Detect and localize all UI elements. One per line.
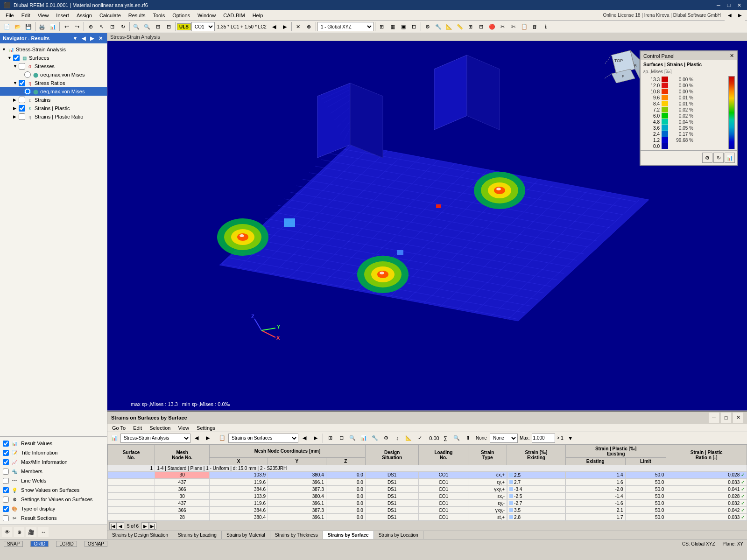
menu-file[interactable]: File: [2, 12, 18, 19]
radio-stress-mises1[interactable]: [24, 71, 31, 78]
tree-expand-spr[interactable]: ▶: [13, 114, 19, 119]
rt-prev-a[interactable]: ◀: [191, 433, 202, 443]
rt-filter1[interactable]: ⊞: [325, 433, 335, 443]
cp-export-btn[interactable]: 📊: [725, 153, 735, 163]
status-grid[interactable]: GRID: [30, 541, 49, 547]
rt-filter7[interactable]: ↕: [392, 433, 402, 443]
rt-filter-btn[interactable]: ▼: [565, 433, 576, 443]
panel-icon2[interactable]: ⊕: [14, 527, 24, 537]
tb-zoom-in[interactable]: 🔍: [131, 21, 141, 32]
tb-view3[interactable]: ▣: [398, 21, 409, 32]
menu-view[interactable]: View: [34, 12, 53, 19]
tb-select[interactable]: ⊡: [107, 21, 117, 32]
tree-stress-ratios[interactable]: ▼ η Stress Ratios: [0, 79, 107, 87]
cb-result-values[interactable]: [3, 441, 9, 447]
cb-strains-plastic-ratio[interactable]: [19, 113, 25, 120]
page-first[interactable]: |◀: [109, 522, 117, 530]
tb-view4[interactable]: ⊡: [409, 21, 419, 32]
tree-strains-plastic-ratio[interactable]: ▶ η Strains | Plastic Ratio: [0, 112, 107, 121]
nav-settings-surfaces[interactable]: ⚙ Settings for Values on Surfaces: [0, 495, 107, 504]
rt-filter3[interactable]: 🔍: [347, 433, 358, 443]
status-snap[interactable]: SNAP: [4, 541, 23, 547]
rt-calc-btn[interactable]: ∑: [440, 433, 451, 443]
tree-strains-plastic[interactable]: ▶ ε Strains | Plastic: [0, 104, 107, 112]
nav-cube[interactable]: TOP R F: [602, 46, 640, 83]
table-row[interactable]: 366 384.6 387.3 0.0 DS1 CO1 γxy,- 3.5 2.…: [108, 507, 747, 514]
table-row[interactable]: 30 103.9 380.4 0.0 DS1 CO1 εx,- -2.5 -1.…: [108, 493, 747, 500]
nav-show-values[interactable]: 💡 Show Values on Surfaces: [0, 485, 107, 495]
tb-more3[interactable]: 📐: [444, 21, 454, 32]
tree-expand-surfaces[interactable]: ▼: [7, 56, 13, 60]
close-btn[interactable]: ✕: [735, 1, 743, 9]
tb-print[interactable]: 🖨️: [37, 21, 47, 32]
page-next[interactable]: ▶: [141, 522, 149, 530]
tree-stresses[interactable]: ▼ σ Stresses: [0, 62, 107, 70]
tab-material[interactable]: Strains by Material: [222, 531, 270, 539]
panel-icon3[interactable]: 🎥: [26, 527, 36, 537]
cp-refresh-btn[interactable]: ↻: [713, 153, 724, 163]
tb-more1[interactable]: ⚙: [423, 21, 433, 32]
radio-sr-mises[interactable]: [24, 88, 31, 95]
tree-surfaces[interactable]: ▼ ▦ Surfaces: [0, 54, 107, 62]
rm-edit[interactable]: Edit: [130, 425, 145, 431]
tb-more7[interactable]: 🔴: [487, 21, 497, 32]
tab-thickness[interactable]: Strains by Thickness: [270, 531, 323, 539]
menu-results[interactable]: Results: [125, 12, 149, 19]
cb-surfaces[interactable]: [13, 55, 20, 61]
nav-result-sections[interactable]: ✂ Result Sections: [0, 513, 107, 523]
viewport-inner[interactable]: X Y Z: [107, 41, 747, 411]
rt-table-combo[interactable]: Strains on Surfaces: [228, 434, 298, 443]
results-close[interactable]: ✕: [733, 413, 743, 423]
tree-strains[interactable]: ▶ ε Strains: [0, 96, 107, 104]
tb-snap[interactable]: ⊕: [85, 21, 96, 32]
tb-open[interactable]: 📂: [13, 21, 23, 32]
table-row[interactable]: 28 380.4 396.1 0.0 DS1 CO1 εt,+ 2.8 1.7 …: [108, 514, 747, 521]
tree-expand-stresses[interactable]: ▼: [13, 64, 19, 69]
nav-maxmin-info[interactable]: 📈 Max/Min Information: [0, 457, 107, 467]
tab-loading[interactable]: Strains by Loading: [173, 531, 222, 539]
rt-num-btn[interactable]: 0.00: [429, 433, 439, 443]
cp-close[interactable]: ✕: [730, 53, 734, 59]
tb-save[interactable]: 💾: [23, 21, 34, 32]
tb-cursor[interactable]: ↖: [96, 21, 106, 32]
status-lgrid[interactable]: LGRID: [56, 541, 77, 547]
tb-rotate[interactable]: ↻: [118, 21, 128, 32]
cb-members[interactable]: [3, 469, 9, 475]
cb-type-display[interactable]: [3, 506, 9, 512]
tb-result1[interactable]: ✕: [293, 21, 303, 32]
online-btn2[interactable]: ▶: [735, 10, 745, 21]
menu-tools[interactable]: Tools: [149, 12, 169, 19]
rt-analysis-combo[interactable]: Stress-Strain Analysis: [120, 434, 190, 443]
rt-filter5[interactable]: 🔧: [370, 433, 380, 443]
nav-line-welds[interactable]: 〰 Line Welds: [0, 476, 107, 485]
nav-type-display[interactable]: 🎨 Type of display: [0, 504, 107, 513]
tb-zoom-out[interactable]: 🔍: [142, 21, 152, 32]
rt-more1[interactable]: 🔍: [451, 433, 462, 443]
nav-members[interactable]: 🔩 Members: [0, 467, 107, 476]
status-osnap[interactable]: OSNAP: [85, 541, 107, 547]
tb-more9[interactable]: ✄: [508, 21, 519, 32]
rm-goto[interactable]: Go To: [109, 425, 128, 431]
menu-assign[interactable]: Assign: [73, 12, 96, 19]
rt-next-a[interactable]: ▶: [203, 433, 213, 443]
tb-result2[interactable]: ⊗: [304, 21, 314, 32]
menu-window[interactable]: Window: [194, 12, 219, 19]
rt-next-t[interactable]: ▶: [310, 433, 321, 443]
tree-expand-sr[interactable]: ▼: [13, 81, 19, 85]
tb-more10[interactable]: 📋: [519, 21, 529, 32]
table-row[interactable]: 437 119.6 396.1 0.0 DS1 CO1 εy,+ 2.7 1.6…: [108, 479, 747, 486]
rt-filter9[interactable]: ✓: [415, 433, 425, 443]
rt-filter8[interactable]: 📐: [403, 433, 414, 443]
tb-view2[interactable]: ▦: [388, 21, 398, 32]
tb-zoom-window[interactable]: ⊟: [163, 21, 174, 32]
tree-expand-sp[interactable]: ▶: [13, 106, 19, 111]
tb-more12[interactable]: ℹ: [541, 21, 551, 32]
rm-settings[interactable]: Settings: [194, 425, 218, 431]
co-select[interactable]: CO1: [191, 22, 215, 31]
menu-edit[interactable]: Edit: [18, 12, 34, 19]
tb-export[interactable]: 📊: [48, 21, 58, 32]
rt-more2[interactable]: ⬆: [463, 433, 473, 443]
table-row[interactable]: 366 384.6 387.3 0.0 DS1 CO1 γxy,+ -3.4 -…: [108, 486, 747, 493]
nav-title-info[interactable]: 📝 Title Information: [0, 448, 107, 457]
tb-prev-load[interactable]: ◀: [269, 21, 279, 32]
